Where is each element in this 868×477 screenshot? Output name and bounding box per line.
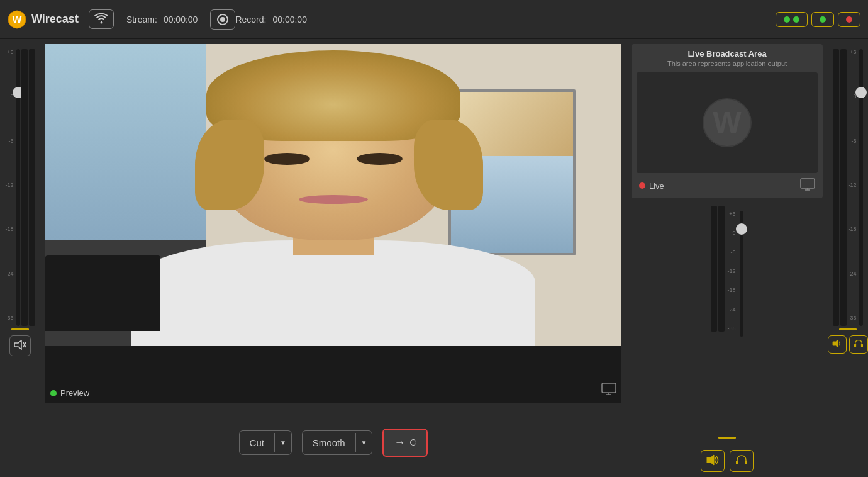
right-db-neg18: -18 [727, 287, 735, 293]
svg-rect-11 [801, 179, 815, 188]
record-button[interactable] [210, 9, 235, 30]
live-row: Live [637, 178, 818, 193]
far-right-headphone-button[interactable] [849, 335, 868, 354]
speaker-mute-icon [14, 340, 26, 350]
live-broadcast-title: Live Broadcast Area [637, 49, 818, 59]
left-meter-bar-2 [29, 49, 35, 326]
wifi-button[interactable] [89, 9, 114, 29]
right-yellow-indicator [718, 437, 736, 439]
far-right-yellow-indicator [839, 328, 857, 330]
preview-area: Preview [45, 44, 621, 403]
db-label-plus6: +6 [5, 49, 13, 55]
live-text: Live [649, 181, 664, 191]
svg-marker-17 [833, 340, 838, 347]
db-label-neg24: -24 [5, 271, 13, 277]
live-broadcast-subtitle: This area represents application output [637, 60, 818, 67]
top-bar: W Wirecast Stream: 00:00:00 Record: 00:0… [0, 0, 868, 39]
far-right-speaker-icon [832, 339, 842, 348]
far-right-headphone-icon [854, 339, 864, 348]
right-db-0: 0 [727, 230, 735, 236]
far-right-meter-scale: +6 0 -6 -12 -18 -24 -36 [848, 44, 857, 321]
cut-dropdown-arrow[interactable]: ▼ [274, 433, 291, 452]
left-volume-slider-track[interactable] [16, 49, 20, 326]
headphone-button[interactable] [730, 450, 754, 472]
app-name: Wirecast [31, 13, 79, 26]
status-button-3[interactable] [838, 12, 860, 27]
status-dot-red-1 [846, 16, 852, 23]
left-meter-scale: +6 0 -6 -12 -18 -24 -36 [5, 44, 14, 321]
far-right-db-neg36: -36 [848, 315, 856, 321]
go-arrow-icon: → [394, 436, 405, 449]
far-right-speaker-button[interactable] [828, 335, 847, 354]
bottom-controls: Cut ▼ Smooth ▼ → [40, 408, 626, 477]
left-mute-button[interactable] [9, 335, 31, 356]
preview-text: Preview [60, 388, 89, 398]
far-right-db-neg12: -12 [848, 182, 856, 188]
live-dot [639, 182, 645, 189]
wifi-icon [94, 13, 108, 24]
db-label-neg6: -6 [5, 138, 13, 144]
far-right-audio-btns [828, 335, 868, 354]
wirecast-logo-icon: W [8, 10, 26, 29]
smooth-dropdown-arrow[interactable]: ▼ [355, 433, 372, 452]
right-audio-buttons [632, 450, 823, 472]
record-icon [217, 14, 228, 25]
right-meter-bar-2 [718, 206, 725, 332]
svg-rect-18 [854, 344, 856, 347]
svg-marker-3 [14, 340, 21, 349]
svg-marker-14 [707, 455, 714, 465]
status-button-1[interactable] [776, 12, 808, 27]
preview-label: Preview [50, 388, 89, 398]
live-monitor-icon [800, 178, 815, 193]
right-volume-slider-track[interactable] [740, 211, 743, 337]
center-area: Preview Cut ▼ Smooth ▼ [40, 39, 626, 477]
logo-area: W Wirecast [8, 10, 79, 29]
db-label-neg12: -12 [5, 182, 13, 188]
right-panel: Live Broadcast Area This area represents… [626, 39, 828, 477]
right-db-neg6: -6 [727, 249, 735, 255]
wirecast-watermark-icon: W [702, 98, 752, 148]
status-dot-green-1 [784, 16, 790, 23]
right-meter-scale: +6 0 -6 -12 -18 -24 -36 [727, 206, 737, 332]
smooth-transition-button[interactable]: Smooth ▼ [302, 430, 373, 455]
right-db-neg36: -36 [727, 325, 735, 332]
speaker-button[interactable] [701, 450, 725, 472]
db-label-neg18: -18 [5, 226, 13, 232]
right-db-neg24: -24 [727, 306, 735, 313]
go-button[interactable]: → [382, 429, 428, 457]
far-right-volume-slider-thumb[interactable] [855, 87, 867, 98]
left-meter-bar-1 [21, 49, 28, 326]
far-right-db-neg18: -18 [848, 226, 856, 232]
right-db-plus6: +6 [727, 211, 735, 217]
right-meter-bars [711, 206, 725, 332]
go-circle-icon [410, 439, 416, 446]
status-button-2[interactable] [811, 12, 834, 27]
live-label: Live [639, 181, 664, 191]
record-label: Record: [235, 14, 266, 25]
far-right-db-neg24: -24 [848, 271, 856, 277]
cut-label: Cut [240, 431, 274, 454]
far-right-meter-bar-1 [833, 49, 839, 326]
stream-label: Stream: [126, 14, 157, 25]
record-inner-circle [220, 17, 225, 22]
far-right-db-plus6: +6 [848, 49, 856, 55]
status-dot-green-2 [793, 16, 799, 23]
far-right-db-neg6: -6 [848, 138, 856, 144]
svg-text:W: W [713, 106, 742, 139]
svg-point-2 [100, 22, 102, 24]
headphone-icon [735, 454, 748, 466]
preview-dot [50, 390, 57, 396]
svg-rect-15 [736, 461, 738, 464]
cut-transition-button[interactable]: Cut ▼ [239, 430, 292, 455]
far-right-meter-bar-2 [840, 49, 847, 326]
speaker-icon [706, 454, 719, 466]
svg-rect-16 [745, 461, 747, 464]
far-right-volume-slider-track[interactable] [859, 49, 863, 326]
status-dot-green-3 [820, 16, 826, 23]
stream-time: 00:00:00 [164, 14, 198, 25]
svg-rect-6 [602, 383, 616, 393]
left-yellow-indicator [11, 328, 29, 330]
right-volume-slider-thumb[interactable] [736, 223, 747, 235]
record-info: Record: 00:00:00 [235, 14, 307, 25]
right-meter-bar-1 [711, 206, 717, 332]
